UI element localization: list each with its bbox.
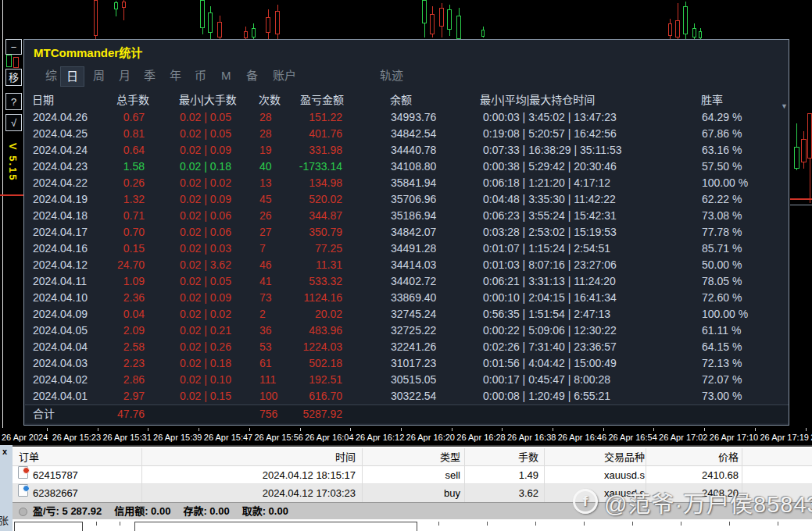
time-axis-tick — [199, 428, 199, 431]
status-segment: 取款: 0.00 — [242, 505, 288, 517]
cell-times: 0:56:35 | 1:51:54 | 2:47:13 — [483, 306, 610, 323]
col-type[interactable]: 类型 — [362, 448, 460, 466]
cell-profit: -1733.14 — [259, 159, 342, 175]
stats-col-header[interactable]: 胜率 — [701, 92, 723, 109]
cell-winrate: 72.13 % — [702, 355, 742, 372]
column-separator — [646, 448, 646, 502]
time-axis-tick — [755, 428, 756, 431]
cell-profit: 192.51 — [259, 372, 342, 388]
tab-年[interactable]: 年 — [170, 66, 181, 85]
cell-profit: 77.25 — [259, 241, 342, 257]
stats-row[interactable]: 2024.04.220.260.02 | 0.0213134.9835841.9… — [25, 175, 788, 191]
cell-winrate: 73.00 % — [702, 388, 742, 404]
cell-minmax: 0.02 | 0.10 — [147, 372, 264, 388]
candle-body — [430, 14, 435, 34]
stats-row[interactable]: 2024.04.111.090.02 | 0.0541533.3234402.7… — [25, 273, 788, 290]
cell-winrate: 63.16 % — [702, 142, 742, 159]
col-price[interactable]: 价格 — [646, 448, 739, 466]
stats-row[interactable]: 2024.04.052.090.02 | 0.2136483.9632725.2… — [25, 323, 788, 339]
order-row[interactable]: 624157872024.04.12 18:15:17sell1.49xauus… — [13, 466, 812, 484]
stats-col-header[interactable]: 最小|平均|最大持仓时间 — [480, 92, 595, 109]
cell-minmax: 0.02 | 0.02 — [147, 175, 264, 191]
cell-minmax: 0.02 | 0.09 — [147, 290, 264, 306]
check-button[interactable]: √ — [5, 114, 22, 131]
cell-minmax: 0.02 | 3.62 — [147, 257, 264, 273]
stats-row[interactable]: 2024.04.231.580.02 | 0.1840-1733.1434108… — [25, 159, 788, 175]
candles-icon — [13, 57, 19, 68]
candle-body — [200, 0, 205, 28]
connection-status-icon — [19, 508, 27, 516]
stats-row[interactable]: 2024.04.160.150.02 | 0.03777.2534491.280… — [25, 241, 788, 257]
cell-winrate: 85.71 % — [702, 241, 742, 257]
time-axis-tick — [452, 428, 453, 431]
cell-times: 0:00:17 | 0:45:47 | 8:00:28 — [483, 372, 610, 388]
orders-panel: 订单 时间 类型 手数 交易品种 价格 624157872024.04.12 1… — [13, 445, 812, 531]
stats-row[interactable]: 2024.04.022.860.02 | 0.10111192.5130515.… — [25, 372, 788, 388]
stats-table-body: 2024.04.260.670.02 | 0.0528151.2234993.7… — [25, 109, 788, 404]
stats-row[interactable]: 2024.04.012.970.02 | 0.15100616.7030322.… — [25, 388, 788, 404]
stats-row[interactable]: 2024.04.250.810.02 | 0.0528401.7634842.5… — [25, 126, 788, 142]
order-row[interactable]: 623826672024.04.12 17:03:23buy3.62xauusd… — [13, 484, 812, 502]
cell-balance: 31017.23 — [391, 355, 436, 372]
col-time[interactable]: 时间 — [141, 448, 356, 466]
tab-周[interactable]: 周 — [93, 66, 105, 85]
cell-balance: 32241.26 — [391, 339, 436, 355]
stats-col-header[interactable]: 盈亏金额 — [300, 92, 344, 109]
cell-lots: 0.64 — [61, 142, 145, 159]
order-lots: 1.49 — [464, 466, 538, 484]
price-chart-top-strip — [0, 0, 812, 39]
tab-月[interactable]: 月 — [119, 66, 131, 85]
cell-lots: 2.23 — [61, 355, 145, 372]
cell-balance: 32725.22 — [391, 323, 436, 339]
time-axis-tick — [603, 428, 604, 431]
help-button[interactable]: ? — [5, 93, 22, 110]
ruler-tick — [535, 522, 536, 526]
stats-col-header[interactable]: 最小|大手数 — [179, 92, 237, 109]
col-lots[interactable]: 手数 — [464, 448, 538, 466]
stats-row[interactable]: 2024.04.240.640.02 | 0.0919331.9834440.7… — [25, 142, 788, 159]
tab-日[interactable]: 日 — [60, 66, 84, 87]
stats-row[interactable]: 2024.04.191.320.02 | 0.0945520.0235706.9… — [25, 191, 788, 208]
cell-winrate: 100.00 % — [702, 175, 748, 191]
stats-row[interactable]: 2024.04.090.040.02 | 0.02220.0232745.240… — [25, 306, 788, 323]
candle-body — [439, 8, 444, 27]
tab-币[interactable]: 币 — [195, 66, 206, 85]
stats-row[interactable]: 2024.04.042.580.02 | 0.26531224.0332241.… — [25, 339, 788, 355]
tab-综[interactable]: 综 — [45, 66, 57, 85]
stats-col-header[interactable]: 次数 — [259, 92, 281, 109]
close-icon[interactable]: x — [2, 447, 7, 456]
time-axis-tick — [704, 428, 705, 431]
stats-row[interactable]: 2024.04.1224.700.02 | 3.624611.3134414.0… — [25, 257, 788, 273]
order-id: 62415787 — [33, 466, 78, 484]
tab-账户[interactable]: 账户 — [273, 66, 296, 85]
stats-col-header[interactable]: 日期 — [32, 92, 54, 109]
col-order[interactable]: 订单 — [19, 448, 39, 466]
stats-col-header[interactable]: 余额 — [390, 92, 412, 109]
order-symbol: xauusd.s — [544, 466, 645, 484]
stats-row[interactable]: 2024.04.260.670.02 | 0.0528151.2234993.7… — [25, 109, 788, 126]
tab-备[interactable]: 备 — [246, 66, 258, 85]
minimize-button[interactable]: − — [5, 39, 22, 55]
candle-body — [699, 31, 702, 38]
cell-profit: 20.02 — [259, 306, 342, 323]
candles-icon — [6, 55, 12, 67]
time-axis-label: 26 Apr 16:54 — [608, 433, 656, 442]
cell-minmax: 0.02 | 0.26 — [147, 339, 264, 355]
move-button[interactable]: 移 — [5, 69, 22, 86]
cell-balance: 30515.05 — [391, 372, 436, 388]
stats-row[interactable]: 2024.04.170.700.02 | 0.0627350.7934842.0… — [25, 224, 788, 241]
stats-row[interactable]: 2024.04.032.230.02 | 0.1861502.1831017.2… — [25, 355, 788, 372]
stats-row[interactable]: 2024.04.102.360.02 | 0.09731124.1633869.… — [25, 290, 788, 306]
col-symbol[interactable]: 交易品种 — [544, 448, 645, 466]
tab-轨迹[interactable]: 轨迹 — [380, 66, 403, 85]
stats-col-header[interactable]: 总手数 — [116, 92, 149, 109]
status-text: 盈/亏: 5 287.92信用额: 0.00存款: 0.00取款: 0.00 — [33, 503, 301, 520]
tab-季[interactable]: 季 — [144, 66, 156, 85]
tab-M[interactable]: M — [221, 66, 231, 85]
stats-row[interactable]: 2024.04.180.710.02 | 0.0626344.8735186.9… — [25, 208, 788, 224]
time-axis-label: 26 Apr 15:39 — [153, 433, 202, 442]
candle-body — [275, 11, 280, 34]
cell-lots: 2.36 — [61, 290, 145, 306]
chart-left-axis — [2, 0, 3, 428]
ruler-tick — [632, 522, 633, 526]
